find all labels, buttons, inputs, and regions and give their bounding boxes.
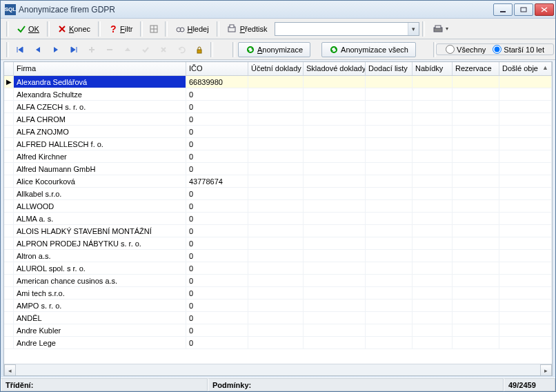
cell-ucetni [248, 113, 304, 125]
anonymizace-vsech-button[interactable]: Anonymizace všech [321, 42, 416, 57]
row-indicator [4, 312, 14, 324]
cancel-edit-button[interactable] [155, 42, 172, 57]
grid-body[interactable]: ▶Alexandra Sedlářová66839980Alexandra Sc… [4, 76, 552, 364]
cell-rezervace [453, 275, 499, 286]
cell-nabidky [413, 250, 453, 262]
scroll-left-button[interactable]: ◂ [4, 364, 16, 376]
col-ucetni[interactable]: Účetní doklady [248, 62, 304, 75]
table-row[interactable]: Ami tech s.r.o.0 [4, 287, 552, 300]
h-scrollbar[interactable]: ◂ ▸ [4, 364, 552, 375]
cell-rezervace [453, 250, 499, 262]
anonymizace-button[interactable]: Anonymizace [238, 42, 310, 57]
add-button[interactable] [83, 42, 100, 57]
minus-icon [106, 46, 114, 54]
table-row[interactable]: Allkabel s.r.o.0 [4, 188, 552, 200]
cell-nabidky [413, 225, 453, 237]
cell-dodaci [366, 163, 413, 175]
table-row[interactable]: Alfred Naumann GmbH0 [4, 163, 552, 175]
cell-ico: 0 [186, 237, 248, 249]
table-row[interactable]: ALLWOOD0 [4, 200, 552, 213]
col-sklad[interactable]: Skladové doklady [304, 62, 366, 75]
col-firma[interactable]: Firma [14, 62, 186, 75]
table-row[interactable]: AMPO s. r. o.0 [4, 300, 552, 312]
scroll-track[interactable] [16, 364, 540, 375]
col-indicator[interactable] [4, 62, 14, 75]
cell-dosle [499, 250, 552, 262]
table-row[interactable]: ANDĚL0 [4, 312, 552, 324]
table-row[interactable]: ALFA CZECH s. r. o.0 [4, 101, 552, 113]
cell-firma: ALFA ZNOJMO [14, 126, 186, 137]
table-row[interactable]: ALFA ZNOJMO0 [4, 126, 552, 138]
cell-dosle [499, 324, 552, 336]
radio-vsechny[interactable]: Všechny [446, 45, 486, 54]
table-row[interactable]: ALUROL spol. s r. o.0 [4, 262, 552, 275]
scroll-right-button[interactable]: ▸ [540, 364, 552, 376]
anonymizace-vsech-label: Anonymizace všech [341, 46, 408, 54]
cell-rezervace [453, 88, 499, 100]
next-button[interactable] [48, 42, 64, 57]
col-ico[interactable]: IČO [186, 62, 248, 75]
predtisk-button[interactable]: Předtisk [222, 21, 272, 37]
check-small-icon [141, 46, 150, 54]
table-row[interactable]: Alexandra Schultze0 [4, 88, 552, 101]
lock-button[interactable] [191, 42, 208, 57]
cell-firma: ALFA CHROM [14, 113, 186, 125]
prev-button[interactable] [30, 42, 46, 57]
table-row[interactable]: American chance cusinos a.s.0 [4, 275, 552, 287]
table-row[interactable]: Andre Kubler0 [4, 324, 552, 337]
table-row[interactable]: Andre Lege0 [4, 337, 552, 349]
radio-starsi[interactable]: Starší 10 let [493, 45, 544, 54]
col-dosle[interactable]: Došlé obje ▲ [499, 62, 552, 75]
cell-nabidky [413, 262, 453, 274]
table-row[interactable]: ALOIS HLADKÝ STAVEBNÍ MONTÁŽNÍ0 [4, 225, 552, 237]
table-row[interactable]: Altron a.s.0 [4, 250, 552, 262]
table-row[interactable]: ALFA CHROM0 [4, 113, 552, 126]
confirm-button[interactable] [137, 42, 154, 57]
cell-rezervace [453, 126, 499, 137]
hledej-button[interactable]: Hledej [170, 21, 213, 37]
last-button[interactable] [66, 42, 82, 57]
up-button[interactable] [119, 42, 136, 57]
print-button[interactable]: ▾ [428, 21, 453, 37]
table-row[interactable]: ▶Alexandra Sedlářová66839980 [4, 76, 552, 88]
undo-button[interactable] [173, 42, 190, 57]
col-nabidky[interactable]: Nabídky [413, 62, 453, 75]
table-row[interactable]: ALMA a. s.0 [4, 213, 552, 225]
cell-nabidky [413, 150, 453, 162]
cell-dosle [499, 275, 552, 286]
cell-ico: 0 [186, 213, 248, 224]
cell-nabidky [413, 324, 453, 336]
row-indicator [4, 275, 14, 286]
table-row[interactable]: ALPRON PRODEJ NÁBYTKU s. r. o.0 [4, 237, 552, 250]
cell-rezervace [453, 312, 499, 324]
row-indicator [4, 213, 14, 224]
ok-button[interactable]: OK [12, 21, 44, 37]
first-button[interactable] [12, 42, 28, 57]
table-row[interactable]: Alfred Kirchner0 [4, 150, 552, 163]
row-indicator [4, 150, 14, 162]
predtisk-combo[interactable]: ▾ [275, 22, 419, 36]
table-row[interactable]: Alice Kocourková43778674 [4, 175, 552, 188]
remove-button[interactable] [101, 42, 118, 57]
predtisk-label: ředtisk [245, 25, 267, 33]
row-indicator [4, 237, 14, 249]
cell-ico: 0 [186, 88, 248, 100]
cell-dosle [499, 138, 552, 150]
cell-ucetni [248, 138, 304, 150]
konec-button[interactable]: Konec [52, 21, 95, 37]
cell-nabidky [413, 113, 453, 125]
filtr-button[interactable]: ? Filtr [103, 21, 137, 37]
col-dodaci[interactable]: Dodací listy [366, 62, 413, 75]
cell-firma: ALLWOOD [14, 200, 186, 212]
svg-rect-12 [197, 50, 201, 53]
cell-rezervace [453, 76, 499, 88]
minimize-button[interactable] [493, 3, 513, 16]
cell-firma: AMPO s. r. o. [14, 300, 186, 311]
col-rezervace[interactable]: Rezervace [453, 62, 499, 75]
maximize-button[interactable] [514, 3, 533, 16]
table-row[interactable]: ALFRED HALLESCH f. o.0 [4, 138, 552, 150]
close-button[interactable] [535, 3, 554, 16]
cell-nabidky [413, 337, 453, 349]
grid-icon-button[interactable] [146, 21, 162, 37]
cell-rezervace [453, 262, 499, 274]
